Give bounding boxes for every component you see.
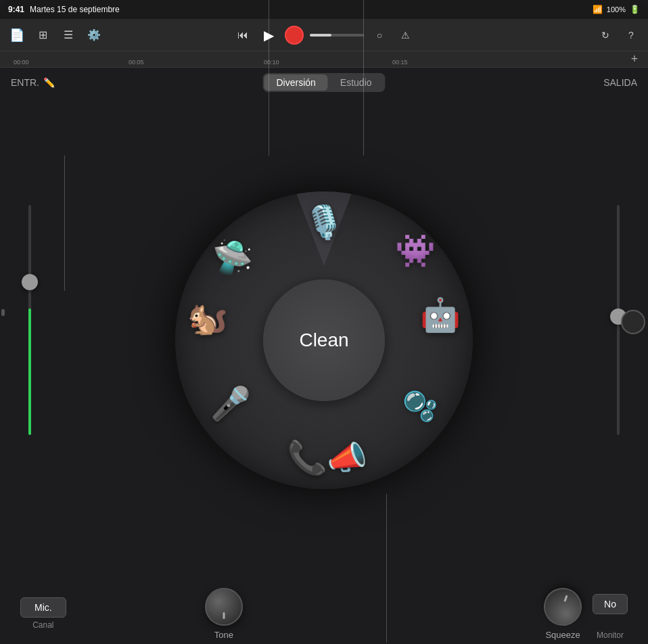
alien-emoji: 🛸: [212, 239, 253, 277]
metronome-icon: ○: [377, 30, 382, 41]
output-slider-track: [617, 205, 620, 435]
monitor-control: No Monitor: [593, 594, 628, 640]
side-button[interactable]: [1, 309, 5, 316]
monster-emoji: 👾: [395, 232, 436, 270]
canal-label: Canal: [32, 620, 53, 630]
mixer-button[interactable]: ☰: [58, 25, 78, 45]
battery-indicator: 100%: [607, 5, 626, 14]
status-bar: 9:41 Martes 15 de septiembre 📶 100% 🔋: [0, 0, 648, 19]
toolbar: 📄 ⊞ ☰ ⚙️ ⏮ ▶ ○ ⚠ ↻ ?: [0, 19, 648, 51]
voice-wheel-container: Clean 🎙️ 🛸 👾 🐿️ 🤖: [168, 185, 480, 496]
canal-button[interactable]: Mic.: [20, 597, 66, 618]
help-icon: ?: [628, 30, 634, 41]
squirrel-emoji: 🐿️: [187, 300, 228, 338]
timeline-ruler: 00:00 00:05 00:10 00:15: [7, 51, 628, 67]
squeeze-control: Squeeze: [544, 588, 582, 640]
microphone-emoji: 🎙️: [304, 204, 344, 242]
timeline-mark-15: 00:15: [392, 59, 408, 66]
estudio-tab[interactable]: Estudio: [328, 74, 384, 91]
help-button[interactable]: ?: [621, 25, 641, 45]
canal-control: Mic. Canal: [20, 597, 66, 630]
timeline-mark-10: 00:10: [264, 59, 279, 66]
megaphone-emoji: 📣: [327, 439, 367, 477]
record-button[interactable]: [284, 25, 304, 45]
smart-controls-button[interactable]: ⚙️: [84, 25, 104, 45]
monitor-button[interactable]: No: [593, 594, 628, 614]
wifi-icon: 📶: [593, 5, 603, 14]
voice-microphone[interactable]: 🎙️: [304, 204, 344, 242]
monitor-label: Monitor: [597, 630, 624, 640]
input-slider-fill: [28, 308, 31, 435]
volume-fill: [310, 34, 331, 37]
bubble-emoji: 🫧: [402, 390, 438, 423]
skip-back-icon: ⏮: [237, 29, 248, 41]
volume-slider[interactable]: [310, 34, 364, 37]
status-right: 📶 100% 🔋: [593, 5, 640, 14]
skip-back-button[interactable]: ⏮: [233, 25, 253, 45]
battery-icon: 🔋: [630, 5, 640, 14]
metronome-button[interactable]: ○: [369, 25, 390, 45]
voice-squirrel[interactable]: 🐿️: [187, 300, 228, 338]
new-document-button[interactable]: 📄: [7, 25, 27, 45]
center-area: Clean 🎙️ 🛸 👾 🐿️ 🤖: [0, 97, 648, 583]
status-date: Martes 15 de septiembre: [30, 5, 120, 14]
pencil-icon[interactable]: ✏️: [43, 77, 55, 88]
input-level-slider[interactable]: [20, 111, 39, 529]
labels-row: ENTR. ✏️ Diversión Estudio SALIDA: [0, 68, 648, 97]
voice-mic2[interactable]: 🎤: [210, 385, 251, 423]
tuner-button[interactable]: ⚠: [395, 25, 415, 45]
toolbar-center: ⏮ ▶ ○ ⚠: [233, 25, 415, 45]
input-slider-thumb[interactable]: [22, 274, 38, 290]
record-icon: [285, 26, 304, 45]
selected-voice-label: Clean: [299, 329, 348, 351]
main-content: ENTR. ✏️ Diversión Estudio SALIDA Clean: [0, 68, 648, 644]
mic2-emoji: 🎤: [210, 385, 251, 423]
add-track-button[interactable]: +: [628, 53, 641, 66]
entr-label: ENTR. ✏️: [11, 77, 55, 88]
bottom-right-group: Squeeze No Monitor: [544, 588, 628, 640]
voice-telephone[interactable]: 📞: [287, 439, 327, 477]
telephone-emoji: 📞: [287, 439, 327, 477]
toolbar-left: 📄 ⊞ ☰ ⚙️: [7, 25, 104, 45]
tone-control: Tone: [205, 588, 243, 640]
segment-control: Diversión Estudio: [262, 73, 385, 92]
tone-label: Tone: [214, 630, 233, 640]
share-icon: ↻: [601, 30, 609, 41]
squeeze-label: Squeeze: [545, 630, 580, 640]
timeline-mark-5: 00:05: [129, 59, 144, 66]
toolbar-right: ↻ ?: [595, 25, 641, 45]
voice-megaphone[interactable]: 📣: [327, 439, 367, 477]
bottom-controls: Mic. Canal Tone Squeeze No Monitor: [0, 583, 648, 644]
status-time: 9:41: [8, 5, 24, 14]
timeline-mark-0: 00:00: [14, 59, 29, 66]
timeline[interactable]: 00:00 00:05 00:10 00:15 +: [0, 51, 648, 68]
voice-monster[interactable]: 👾: [395, 232, 436, 270]
tone-knob[interactable]: [205, 588, 243, 626]
voice-robot[interactable]: 🤖: [420, 296, 461, 334]
tracks-view-button[interactable]: ⊞: [32, 25, 53, 45]
play-button[interactable]: ▶: [258, 25, 279, 45]
voice-alien[interactable]: 🛸: [212, 239, 253, 277]
wheel-center[interactable]: Clean: [263, 279, 385, 401]
tuner-icon: ⚠: [401, 30, 410, 41]
input-slider-track: [28, 205, 31, 435]
home-button[interactable]: [621, 310, 645, 334]
voice-bubble[interactable]: 🫧: [402, 390, 438, 423]
salida-label: SALIDA: [603, 77, 637, 88]
robot-emoji: 🤖: [420, 296, 461, 334]
diversion-tab[interactable]: Diversión: [264, 74, 327, 91]
share-button[interactable]: ↻: [595, 25, 616, 45]
squeeze-knob[interactable]: [538, 582, 587, 631]
play-icon: ▶: [264, 27, 274, 43]
